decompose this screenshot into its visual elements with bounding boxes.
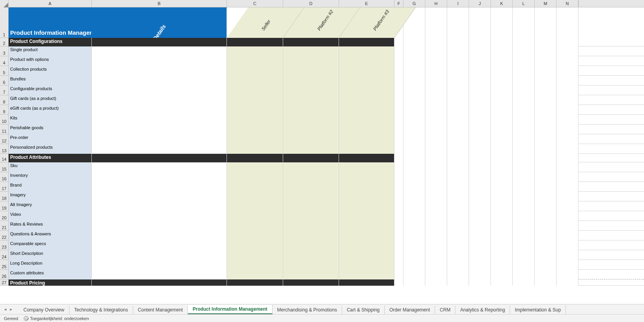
select-all-corner[interactable] [0,0,9,7]
row-head-3[interactable]: 3 [0,46,9,56]
cell-label[interactable]: Sku [9,162,92,172]
cell-label[interactable]: Kits [9,115,92,125]
col-head-N[interactable]: N [557,0,578,7]
sheet-tab[interactable]: Company Overview [19,306,70,314]
row-head-23[interactable]: 23 [0,240,9,250]
tab-nav-prev[interactable]: ◄ [2,306,8,313]
col-head-E[interactable]: E [339,0,394,7]
row-head-21[interactable]: 21 [0,221,9,231]
sheet-tab[interactable]: Technology & Integrations [70,306,133,314]
row-head-18[interactable]: 18 [0,192,9,201]
row-head-11[interactable]: 11 [0,125,9,134]
cell-label[interactable]: Product Configurations [9,38,92,46]
sheet-tab[interactable]: Product Information Management [188,305,272,314]
cell-label[interactable]: Inventory [9,172,92,182]
row-head-17[interactable]: 17 [0,182,9,192]
row-head-22[interactable]: 22 [0,231,9,240]
cell-label[interactable]: Video [9,211,92,221]
sheet-tab[interactable]: Analytics & Reporting [455,306,510,314]
col-head-B[interactable]: B [92,0,227,7]
cell-label[interactable]: Alt Imagery [9,201,92,211]
cell-label[interactable]: Configurable products [9,85,92,95]
row-head-5[interactable]: 5 [0,66,9,76]
cell-label[interactable]: Single product [9,46,92,56]
sheet-tab[interactable]: Order Management [385,306,435,314]
cell-label[interactable]: Gift cards (as a product) [9,95,92,105]
cell-label[interactable]: Perishable goods [9,125,92,134]
column-headers: ABCDEFGHIJKLMN [0,0,644,7]
col-head-D[interactable]: D [283,0,339,7]
col-head-C[interactable]: C [227,0,283,7]
accessibility-icon [24,316,29,321]
tab-nav-next[interactable]: ► [8,306,14,313]
col-head-F[interactable]: F [394,0,403,7]
status-ready: Gereed [4,316,18,321]
col-head-K[interactable]: K [491,0,513,7]
row-head-14[interactable]: 14 [0,154,9,162]
status-accessibility[interactable]: Toegankelijkheid: onderzoeken [24,316,89,321]
platform-header-0[interactable]: Seller [260,19,272,32]
row-head-7[interactable]: 7 [0,85,9,95]
row-head-20[interactable]: 20 [0,211,9,221]
row-head-12[interactable]: 12 [0,134,9,144]
col-head-G[interactable]: G [403,0,425,7]
cell-label[interactable]: Collection products [9,66,92,76]
col-head-L[interactable]: L [513,0,535,7]
row-head-8[interactable]: 8 [0,95,9,105]
sheet-tab[interactable]: Implementation & Sup [510,306,566,314]
row-headers: 1234567891011121314151617181920212223242… [0,7,9,286]
row-head-4[interactable]: 4 [0,56,9,66]
cell-label[interactable]: Product with options [9,56,92,66]
cell-label[interactable]: Bundles [9,76,92,85]
cell-label[interactable]: Pre-order [9,134,92,144]
sheet-tab[interactable]: Content Management [133,306,188,314]
row-head-1[interactable]: 1 [0,7,9,38]
cell-label[interactable]: Short Description [9,250,92,260]
cell-label[interactable]: Product Pricing [9,279,92,286]
cell-label[interactable]: Long Description [9,260,92,270]
row-head-19[interactable]: 19 [0,201,9,211]
sheet-tab[interactable]: Merchandising & Promotions [273,306,342,314]
cell-label[interactable]: Rates & Reviews [9,221,92,231]
row-head-24[interactable]: 24 [0,250,9,260]
platform-header-2[interactable]: Platform #3 [372,9,390,32]
col-head-I[interactable]: I [447,0,469,7]
row-head-10[interactable]: 10 [0,115,9,125]
cell-label[interactable]: Product Attributes [9,154,92,162]
row-head-6[interactable]: 6 [0,76,9,85]
row-head-9[interactable]: 9 [0,105,9,115]
row-head-15[interactable]: 15 [0,162,9,172]
cell-label[interactable]: Comparable specs [9,240,92,250]
cell-label[interactable]: Questions & Answers [9,231,92,240]
sheet-tab-strip: ◄ ► Company OverviewTechnology & Integra… [0,304,644,314]
col-head-M[interactable]: M [535,0,557,7]
col-head-H[interactable]: H [425,0,447,7]
cell-label[interactable]: Custom attributes [9,270,92,279]
cell-label[interactable]: Imagery [9,192,92,201]
cell-label[interactable]: Personalized products [9,144,92,154]
row-head-2[interactable]: 2 [0,38,9,46]
row-head-13[interactable]: 13 [0,144,9,154]
row-head-27[interactable]: 27 [0,279,9,286]
row-head-16[interactable]: 16 [0,172,9,182]
cell-label[interactable]: Brand [9,182,92,192]
sheet-tab[interactable]: CRM [435,306,455,314]
page-title[interactable]: Product Information Management [9,7,92,38]
platform-header-1[interactable]: Platform #2 [316,9,335,32]
col-head-J[interactable]: J [469,0,491,7]
header-row: Product Information ManagementDetailsSel… [9,7,644,38]
cell-label[interactable]: eGift cards (as a product) [9,105,92,115]
row-head-26[interactable]: 26 [0,270,9,279]
status-bar: Gereed Toegankelijkheid: onderzoeken [0,314,644,322]
col-head-A[interactable]: A [9,0,92,7]
row-head-25[interactable]: 25 [0,260,9,270]
sheet-tab[interactable]: Cart & Shipping [342,306,385,314]
